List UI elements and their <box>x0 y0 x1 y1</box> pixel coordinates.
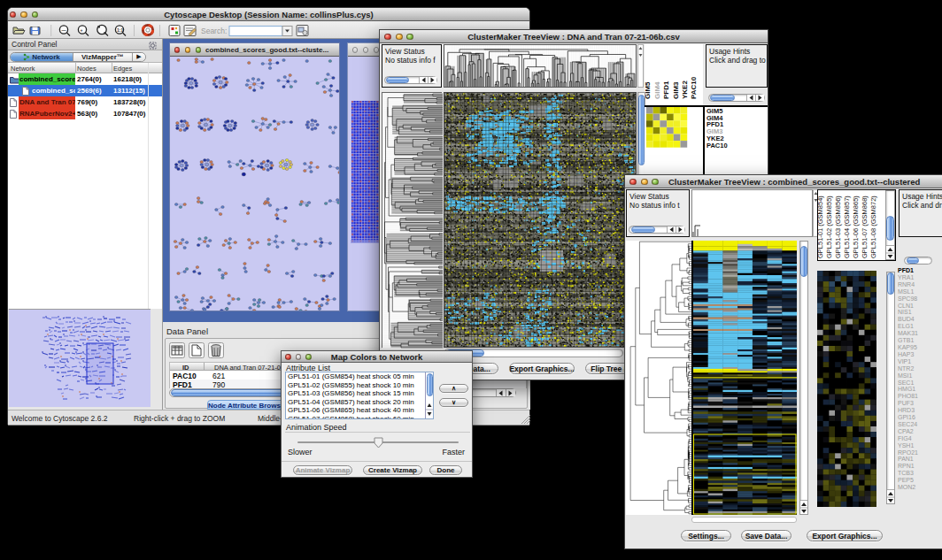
svg-text:PAC10: PAC10 <box>690 76 698 99</box>
svg-text:GPL51-02 (GSM855): GPL51-02 (GSM855) <box>825 196 833 258</box>
svg-text:Search:: Search: <box>201 27 227 35</box>
svg-text:—: — <box>62 27 66 33</box>
svg-text:GIM5: GIM5 <box>645 81 652 99</box>
svg-text:GPL51-03 (GSM856): GPL51-03 (GSM856) <box>834 196 842 258</box>
svg-text:GPL51-04 (GSM857): GPL51-04 (GSM857) <box>843 196 851 258</box>
svg-text:GPL51-08 (GSM872): GPL51-08 (GSM872) <box>869 196 877 258</box>
svg-text:GPL51-07 (GSM868): GPL51-07 (GSM868) <box>861 196 869 258</box>
svg-text:PFD1: PFD1 <box>662 81 670 99</box>
svg-text:+: + <box>81 27 83 33</box>
svg-text:GPL51-06 (GSM865): GPL51-06 (GSM865) <box>852 196 860 258</box>
svg-text:YKE2: YKE2 <box>681 81 689 99</box>
svg-text:GIM4: GIM4 <box>653 81 661 99</box>
svg-text:GPL51-01 (GSM854): GPL51-01 (GSM854) <box>817 196 824 258</box>
svg-text:GIM3: GIM3 <box>672 81 680 99</box>
svg-text:1:1: 1:1 <box>117 27 123 33</box>
